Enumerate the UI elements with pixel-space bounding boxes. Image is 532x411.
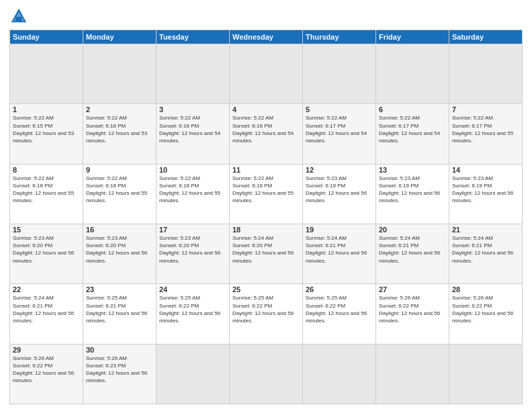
calendar-cell bbox=[83, 44, 157, 104]
day-info: Sunrise: 5:24 AMSunset: 6:21 PMDaylight:… bbox=[452, 235, 513, 264]
calendar-cell: 8 Sunrise: 5:22 AMSunset: 6:18 PMDayligh… bbox=[10, 164, 83, 224]
day-number: 21 bbox=[452, 226, 519, 234]
day-info: Sunrise: 5:25 AMSunset: 6:22 PMDaylight:… bbox=[159, 295, 220, 324]
day-number: 5 bbox=[306, 105, 373, 113]
day-number: 20 bbox=[379, 226, 446, 234]
day-info: Sunrise: 5:23 AMSunset: 6:20 PMDaylight:… bbox=[86, 235, 147, 264]
column-header-saturday: Saturday bbox=[449, 30, 523, 44]
day-number: 22 bbox=[13, 285, 80, 293]
calendar-cell bbox=[449, 44, 523, 104]
day-number: 17 bbox=[159, 226, 226, 234]
day-number: 11 bbox=[232, 166, 300, 174]
day-info: Sunrise: 5:22 AMSunset: 6:17 PMDaylight:… bbox=[306, 115, 367, 144]
day-number: 13 bbox=[379, 166, 446, 174]
column-header-sunday: Sunday bbox=[10, 30, 83, 44]
day-info: Sunrise: 5:25 AMSunset: 6:22 PMDaylight:… bbox=[232, 295, 294, 324]
calendar-cell: 14 Sunrise: 5:23 AMSunset: 6:19 PMDaylig… bbox=[449, 164, 523, 224]
calendar-cell bbox=[376, 44, 449, 104]
calendar-week-row bbox=[10, 44, 523, 104]
day-number: 9 bbox=[86, 166, 153, 174]
calendar-table: SundayMondayTuesdayWednesdayThursdayFrid… bbox=[9, 30, 523, 404]
calendar-cell: 10 Sunrise: 5:22 AMSunset: 6:18 PMDaylig… bbox=[157, 164, 230, 224]
day-info: Sunrise: 5:22 AMSunset: 6:16 PMDaylight:… bbox=[159, 115, 220, 144]
day-number: 23 bbox=[86, 285, 153, 293]
calendar-cell: 20 Sunrise: 5:24 AMSunset: 6:21 PMDaylig… bbox=[376, 224, 449, 283]
calendar-cell bbox=[449, 344, 523, 404]
calendar-cell: 3 Sunrise: 5:22 AMSunset: 6:16 PMDayligh… bbox=[157, 104, 230, 164]
calendar-cell: 11 Sunrise: 5:22 AMSunset: 6:18 PMDaylig… bbox=[230, 164, 303, 224]
column-header-monday: Monday bbox=[83, 30, 157, 44]
page: SundayMondayTuesdayWednesdayThursdayFrid… bbox=[0, 0, 532, 411]
calendar-cell: 5 Sunrise: 5:22 AMSunset: 6:17 PMDayligh… bbox=[303, 104, 376, 164]
calendar-cell bbox=[157, 44, 230, 104]
day-info: Sunrise: 5:22 AMSunset: 6:18 PMDaylight:… bbox=[13, 175, 74, 204]
header bbox=[9, 7, 523, 26]
day-number: 28 bbox=[452, 285, 519, 293]
day-number: 12 bbox=[306, 166, 373, 174]
calendar-week-row: 29 Sunrise: 5:26 AMSunset: 6:22 PMDaylig… bbox=[10, 344, 523, 404]
calendar-cell: 2 Sunrise: 5:22 AMSunset: 6:16 PMDayligh… bbox=[83, 104, 157, 164]
logo bbox=[9, 7, 31, 26]
day-info: Sunrise: 5:23 AMSunset: 6:19 PMDaylight:… bbox=[306, 175, 367, 204]
day-info: Sunrise: 5:25 AMSunset: 6:22 PMDaylight:… bbox=[306, 295, 367, 324]
day-number: 30 bbox=[86, 346, 153, 354]
calendar-cell: 15 Sunrise: 5:23 AMSunset: 6:20 PMDaylig… bbox=[10, 224, 83, 283]
calendar-cell: 28 Sunrise: 5:26 AMSunset: 6:22 PMDaylig… bbox=[449, 284, 523, 344]
svg-rect-2 bbox=[15, 17, 21, 21]
calendar-cell: 23 Sunrise: 5:25 AMSunset: 6:21 PMDaylig… bbox=[83, 284, 157, 344]
day-info: Sunrise: 5:22 AMSunset: 6:18 PMDaylight:… bbox=[86, 175, 147, 204]
calendar-cell: 1 Sunrise: 5:22 AMSunset: 6:15 PMDayligh… bbox=[10, 104, 83, 164]
day-info: Sunrise: 5:26 AMSunset: 6:22 PMDaylight:… bbox=[452, 295, 513, 324]
day-info: Sunrise: 5:22 AMSunset: 6:16 PMDaylight:… bbox=[232, 115, 294, 144]
day-info: Sunrise: 5:22 AMSunset: 6:18 PMDaylight:… bbox=[159, 175, 220, 204]
day-number: 2 bbox=[86, 105, 153, 113]
day-number: 4 bbox=[232, 105, 300, 113]
calendar-cell: 17 Sunrise: 5:23 AMSunset: 6:20 PMDaylig… bbox=[157, 224, 230, 283]
calendar-cell: 19 Sunrise: 5:24 AMSunset: 6:21 PMDaylig… bbox=[303, 224, 376, 283]
day-info: Sunrise: 5:26 AMSunset: 6:22 PMDaylight:… bbox=[13, 355, 74, 384]
day-info: Sunrise: 5:23 AMSunset: 6:19 PMDaylight:… bbox=[379, 175, 440, 204]
day-info: Sunrise: 5:22 AMSunset: 6:18 PMDaylight:… bbox=[232, 175, 294, 204]
calendar-cell: 16 Sunrise: 5:23 AMSunset: 6:20 PMDaylig… bbox=[83, 224, 157, 283]
column-header-tuesday: Tuesday bbox=[157, 30, 230, 44]
day-number: 6 bbox=[379, 105, 446, 113]
calendar-header-row: SundayMondayTuesdayWednesdayThursdayFrid… bbox=[10, 30, 523, 44]
calendar-cell bbox=[376, 344, 449, 404]
day-number: 27 bbox=[379, 285, 446, 293]
day-info: Sunrise: 5:23 AMSunset: 6:19 PMDaylight:… bbox=[452, 175, 513, 204]
day-number: 14 bbox=[452, 166, 519, 174]
calendar-cell bbox=[303, 344, 376, 404]
day-number: 7 bbox=[452, 105, 519, 113]
calendar-cell: 6 Sunrise: 5:22 AMSunset: 6:17 PMDayligh… bbox=[376, 104, 449, 164]
column-header-friday: Friday bbox=[376, 30, 449, 44]
calendar-cell: 29 Sunrise: 5:26 AMSunset: 6:22 PMDaylig… bbox=[10, 344, 83, 404]
day-number: 18 bbox=[232, 226, 300, 234]
day-number: 29 bbox=[13, 346, 80, 354]
calendar-week-row: 8 Sunrise: 5:22 AMSunset: 6:18 PMDayligh… bbox=[10, 164, 523, 224]
calendar-cell: 21 Sunrise: 5:24 AMSunset: 6:21 PMDaylig… bbox=[449, 224, 523, 283]
day-info: Sunrise: 5:26 AMSunset: 6:22 PMDaylight:… bbox=[379, 295, 440, 324]
column-header-wednesday: Wednesday bbox=[230, 30, 303, 44]
calendar-cell: 30 Sunrise: 5:26 AMSunset: 6:23 PMDaylig… bbox=[83, 344, 157, 404]
day-info: Sunrise: 5:26 AMSunset: 6:23 PMDaylight:… bbox=[86, 355, 147, 384]
day-number: 24 bbox=[159, 285, 226, 293]
day-number: 19 bbox=[306, 226, 373, 234]
calendar-week-row: 15 Sunrise: 5:23 AMSunset: 6:20 PMDaylig… bbox=[10, 224, 523, 283]
calendar-cell: 26 Sunrise: 5:25 AMSunset: 6:22 PMDaylig… bbox=[303, 284, 376, 344]
calendar-week-row: 1 Sunrise: 5:22 AMSunset: 6:15 PMDayligh… bbox=[10, 104, 523, 164]
day-info: Sunrise: 5:22 AMSunset: 6:15 PMDaylight:… bbox=[13, 115, 74, 144]
calendar-cell: 9 Sunrise: 5:22 AMSunset: 6:18 PMDayligh… bbox=[83, 164, 157, 224]
calendar-cell bbox=[230, 44, 303, 104]
calendar-week-row: 22 Sunrise: 5:24 AMSunset: 6:21 PMDaylig… bbox=[10, 284, 523, 344]
day-number: 25 bbox=[232, 285, 300, 293]
calendar-cell: 24 Sunrise: 5:25 AMSunset: 6:22 PMDaylig… bbox=[157, 284, 230, 344]
day-number: 26 bbox=[306, 285, 373, 293]
calendar-cell bbox=[10, 44, 83, 104]
calendar-cell: 12 Sunrise: 5:23 AMSunset: 6:19 PMDaylig… bbox=[303, 164, 376, 224]
day-info: Sunrise: 5:25 AMSunset: 6:21 PMDaylight:… bbox=[86, 295, 147, 324]
calendar-cell: 25 Sunrise: 5:25 AMSunset: 6:22 PMDaylig… bbox=[230, 284, 303, 344]
day-info: Sunrise: 5:24 AMSunset: 6:21 PMDaylight:… bbox=[306, 235, 367, 264]
calendar-cell: 22 Sunrise: 5:24 AMSunset: 6:21 PMDaylig… bbox=[10, 284, 83, 344]
calendar-cell bbox=[157, 344, 230, 404]
day-info: Sunrise: 5:24 AMSunset: 6:21 PMDaylight:… bbox=[379, 235, 440, 264]
